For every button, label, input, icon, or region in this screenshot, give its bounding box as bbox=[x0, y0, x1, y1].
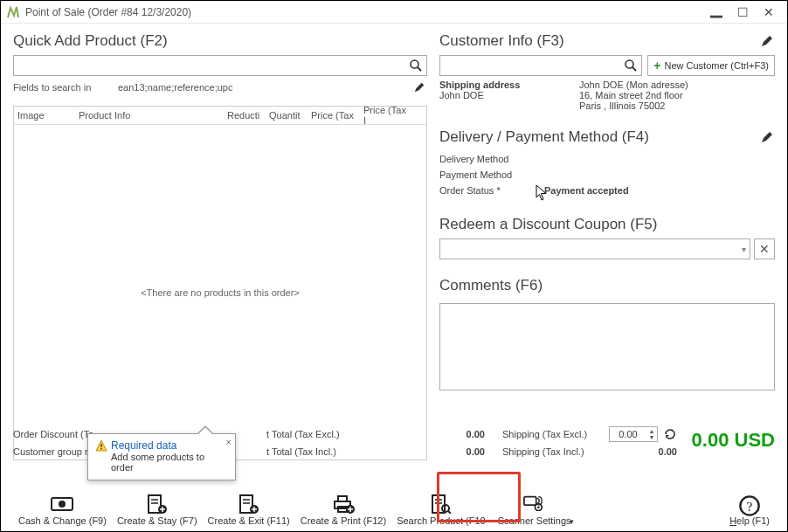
help-icon: ? bbox=[738, 494, 761, 514]
scanner-gear-icon bbox=[523, 494, 546, 514]
shipping-incl-value: 0.00 bbox=[633, 446, 677, 457]
addr-line-1: John DOE (Mon adresse) bbox=[579, 79, 688, 90]
window-close-button[interactable]: ✕ bbox=[756, 5, 782, 19]
tooltip-title: Required data bbox=[111, 439, 176, 452]
svg-line-3 bbox=[632, 67, 636, 71]
quick-add-search-field[interactable] bbox=[17, 59, 409, 73]
chevron-down-icon: ▾ bbox=[742, 245, 746, 254]
grand-total: 0.00 USD bbox=[692, 429, 775, 452]
edit-delivery-button[interactable] bbox=[759, 129, 775, 145]
window-title: Point of Sale (Order #84 12/3/2020) bbox=[25, 6, 703, 18]
tooltip-body: Add some products to order bbox=[111, 452, 228, 473]
shipping-address-label: Shipping address bbox=[439, 79, 579, 90]
new-customer-label: New Customer (Ctrl+F3) bbox=[665, 60, 770, 71]
customer-info-title: Customer Info (F3) bbox=[439, 32, 775, 50]
cash-change-label: Cash & Change (F9) bbox=[18, 515, 107, 526]
shipping-amount-spinner[interactable]: 0.00 ▲▼ bbox=[609, 426, 658, 442]
order-status-label: Order Status * bbox=[439, 185, 544, 196]
coupon-combobox[interactable]: ▾ bbox=[439, 238, 750, 259]
edit-customer-button[interactable] bbox=[759, 33, 775, 49]
svg-rect-34 bbox=[100, 444, 101, 447]
document-plus-icon bbox=[146, 494, 169, 514]
search-icon[interactable] bbox=[409, 59, 423, 73]
quick-add-label: Quick Add Product (F2) bbox=[13, 32, 168, 50]
delivery-method-label: Delivery Method bbox=[439, 154, 544, 164]
create-exit-label: Create & Exit (F11) bbox=[208, 515, 290, 526]
printer-plus-icon bbox=[332, 494, 355, 514]
total-tax-excl-value: 0.00 bbox=[441, 429, 485, 439]
plus-icon: + bbox=[653, 59, 660, 72]
document-search-icon bbox=[430, 494, 453, 514]
customer-search-field[interactable] bbox=[444, 59, 624, 73]
col-product-info: Product Info bbox=[75, 110, 224, 121]
clear-coupon-button[interactable]: ✕ bbox=[754, 238, 775, 259]
create-print-label: Create & Print (F12) bbox=[301, 515, 386, 526]
svg-line-28 bbox=[448, 511, 451, 514]
order-status-value: Payment accepted bbox=[544, 185, 775, 196]
svg-rect-29 bbox=[524, 497, 536, 506]
edit-fields-button[interactable] bbox=[411, 79, 427, 95]
window-maximize-button[interactable]: ☐ bbox=[729, 5, 756, 19]
svg-point-2 bbox=[626, 60, 633, 68]
shipping-name: John DOE bbox=[439, 90, 579, 100]
spinner-arrows-icon[interactable]: ▲▼ bbox=[646, 428, 657, 440]
col-price-tax: Price (Tax bbox=[308, 110, 360, 121]
refresh-icon[interactable] bbox=[663, 427, 677, 441]
comments-label: Comments (F6) bbox=[439, 277, 543, 294]
svg-rect-19 bbox=[338, 496, 347, 501]
search-product-button[interactable]: Search Product (F10 bbox=[391, 482, 491, 526]
window-titlebar: Point of Sale (Order #84 12/3/2020) ▁ ☐ … bbox=[1, 1, 787, 24]
tooltip-close-button[interactable]: × bbox=[226, 437, 232, 447]
create-stay-label: Create & Stay (F7) bbox=[117, 515, 197, 526]
products-table-body: <There are no products in this order> bbox=[13, 125, 427, 460]
addr-line-3: Paris , Illinois 75002 bbox=[579, 100, 688, 111]
payment-method-label: Payment Method bbox=[439, 169, 544, 180]
total-tax-incl-label: t Total (Tax Incl.) bbox=[266, 446, 441, 457]
create-stay-button[interactable]: Create & Stay (F7) bbox=[112, 482, 203, 526]
cash-icon bbox=[51, 494, 73, 514]
total-tax-excl-label: t Total (Tax Excl.) bbox=[266, 429, 441, 439]
scanner-dropdown-icon[interactable]: ▾ bbox=[570, 517, 574, 526]
fields-to-search-value: ean13;name;reference;upc bbox=[118, 82, 411, 93]
create-print-button[interactable]: Create & Print (F12) bbox=[295, 482, 391, 526]
cash-change-button[interactable]: Cash & Change (F9) bbox=[13, 482, 112, 526]
coupon-title: Redeem a Discount Coupon (F5) bbox=[439, 216, 775, 233]
svg-point-0 bbox=[411, 60, 418, 68]
delivery-payment-label: Delivery / Payment Method (F4) bbox=[439, 128, 649, 146]
col-quantity: Quantit bbox=[266, 110, 308, 121]
bottom-toolbar: Cash & Change (F9) Create & Stay (F7) Cr… bbox=[13, 479, 775, 526]
svg-point-5 bbox=[59, 501, 66, 508]
customer-info-label: Customer Info (F3) bbox=[439, 32, 564, 50]
col-reduction: Reducti bbox=[224, 110, 266, 121]
help-label: Help (F1) bbox=[729, 515, 770, 526]
customer-search-input[interactable] bbox=[439, 55, 642, 76]
svg-line-1 bbox=[418, 67, 421, 71]
shipping-amount-value: 0.00 bbox=[610, 429, 646, 439]
search-icon[interactable] bbox=[624, 59, 638, 73]
col-image: Image bbox=[14, 110, 75, 121]
shipping-incl-label: Shipping (Tax Incl.) bbox=[502, 446, 633, 457]
window-minimize-button[interactable]: ▁ bbox=[703, 0, 729, 18]
required-data-tooltip: × Required data Add some products to ord… bbox=[87, 433, 236, 480]
search-product-label: Search Product (F10 bbox=[397, 515, 486, 526]
document-plus-icon bbox=[238, 494, 260, 514]
new-customer-button[interactable]: + New Customer (Ctrl+F3) bbox=[647, 55, 775, 76]
app-icon bbox=[6, 5, 20, 19]
create-exit-button[interactable]: Create & Exit (F11) bbox=[203, 482, 295, 526]
products-table-header: Image Product Info Reducti Quantit Price… bbox=[13, 106, 427, 125]
quick-add-search-input[interactable] bbox=[13, 55, 427, 76]
addr-line-2: 16, Main street 2nd floor bbox=[579, 90, 688, 100]
help-button[interactable]: ? Help (F1) bbox=[724, 482, 775, 526]
svg-point-31 bbox=[537, 506, 540, 508]
svg-rect-35 bbox=[100, 448, 101, 449]
comments-textarea[interactable] bbox=[439, 303, 775, 390]
coupon-label: Redeem a Discount Coupon (F5) bbox=[439, 216, 657, 233]
scanner-settings-label: Scanner Settings bbox=[498, 515, 571, 526]
quick-add-title: Quick Add Product (F2) bbox=[13, 32, 427, 50]
col-price-tax-incl: Price (Tax I bbox=[360, 105, 412, 126]
warning-icon bbox=[95, 439, 107, 452]
scanner-settings-button[interactable]: Scanner Settings ▾ bbox=[491, 482, 578, 526]
total-tax-incl-value: 0.00 bbox=[441, 446, 485, 457]
comments-title: Comments (F6) bbox=[439, 277, 775, 294]
fields-to-search-label: Fields to search in bbox=[13, 82, 118, 93]
